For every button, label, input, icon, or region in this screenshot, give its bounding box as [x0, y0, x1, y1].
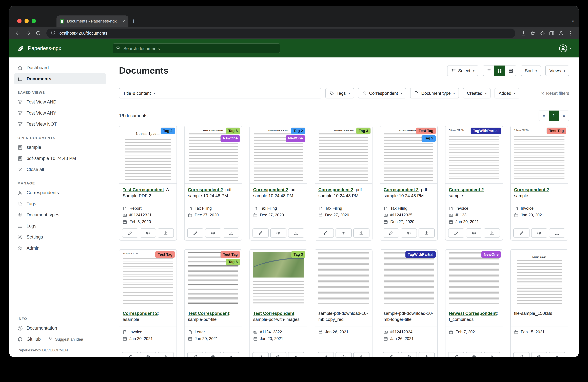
document-card[interactable]: TagWithPartial sample-pdf-download-10-mb…	[380, 249, 438, 357]
document-thumbnail[interactable]: Tag 2 Lorem Ipsum	[119, 126, 176, 184]
sidebar-item-tags[interactable]: Tags	[14, 198, 106, 209]
document-thumbnail[interactable]: Lorem ipsum	[511, 250, 568, 307]
download-button[interactable]	[288, 228, 304, 238]
view-button[interactable]	[205, 228, 221, 238]
sidebar-item-test-view-and[interactable]: Test View AND	[14, 96, 106, 107]
tag-badge[interactable]: Test Tag	[547, 128, 566, 134]
forward-button[interactable]	[23, 29, 32, 38]
tag-badge[interactable]: Tag 3	[226, 128, 240, 134]
view-button[interactable]	[140, 352, 156, 357]
app-logo[interactable]: Paperless-ngx	[17, 44, 113, 52]
minimize-window-button[interactable]	[24, 19, 29, 23]
edit-button[interactable]	[252, 228, 269, 238]
views-button[interactable]: Views▾	[546, 65, 569, 76]
page-1-button[interactable]: 1	[549, 111, 559, 121]
download-button[interactable]	[549, 228, 565, 238]
next-page-button[interactable]: »	[559, 111, 569, 121]
download-button[interactable]	[549, 352, 565, 357]
tag-badge[interactable]: Tag 2	[291, 128, 305, 134]
document-thumbnail[interactable]: NewOne	[445, 250, 503, 307]
reset-filters-button[interactable]: ×Reset filters	[541, 91, 569, 96]
sidebar-item-close-all[interactable]: Close all	[14, 164, 106, 175]
view-button[interactable]	[336, 352, 352, 357]
correspondent-link[interactable]: Test Correspondent	[188, 311, 229, 316]
tag-badge[interactable]: NewOne	[286, 135, 305, 142]
download-button[interactable]	[484, 228, 500, 238]
close-window-button[interactable]	[17, 19, 21, 23]
correspondent-link[interactable]: Correspondent 2	[253, 187, 288, 192]
extensions-icon[interactable]	[538, 29, 546, 37]
sidebar-item-admin[interactable]: Admin	[14, 242, 106, 254]
sidebar-item-logs[interactable]: Logs	[14, 221, 106, 231]
view-button[interactable]	[205, 352, 221, 357]
tab-search-icon[interactable]: ▾	[572, 19, 574, 23]
tag-badge[interactable]: Test Tag	[416, 128, 436, 134]
document-thumbnail[interactable]: Test Tag A Simple PDF File	[119, 250, 176, 307]
new-tab-button[interactable]: +	[132, 18, 135, 24]
sidebar-item-document-types[interactable]: Document types	[14, 209, 106, 221]
global-search-input[interactable]	[123, 46, 277, 51]
correspondent-link[interactable]: Newest Correspondent	[449, 311, 497, 316]
document-thumbnail[interactable]: Tag 2NewOne Adobe Acrobat PDF Files	[250, 126, 307, 184]
address-bar[interactable]: localhost:4200/documents	[46, 28, 515, 38]
view-button[interactable]	[336, 228, 352, 238]
document-card[interactable]: Lorem ipsum file-sample_150kBs Feb 15, 2…	[510, 249, 568, 357]
document-card[interactable]: Test Tag A Simple PDF File Correspondent…	[119, 249, 177, 357]
download-button[interactable]	[353, 228, 369, 238]
tag-badge[interactable]: NewOne	[482, 251, 501, 258]
tag-badge[interactable]: Test Tag	[221, 251, 240, 258]
title-content-input[interactable]	[159, 88, 321, 99]
download-button[interactable]	[419, 228, 435, 238]
document-thumbnail[interactable]: TagWithPartial A Simple PDF File	[445, 126, 503, 184]
sidebar-item-settings[interactable]: Settings	[14, 231, 106, 242]
bookmark-star-icon[interactable]	[529, 29, 537, 37]
view-button[interactable]	[466, 352, 482, 357]
site-info-icon[interactable]	[51, 30, 56, 36]
sidebar-item-pdf-sample-10-24-48-pm[interactable]: pdf-sample 10.24.48 PM	[14, 153, 106, 164]
sidebar-item-correspondents[interactable]: Correspondents	[14, 187, 106, 198]
edit-button[interactable]	[318, 228, 334, 238]
edit-button[interactable]	[187, 228, 203, 238]
tag-badge[interactable]: Tag 3	[291, 251, 305, 258]
document-thumbnail[interactable]: Tag 3	[250, 250, 307, 307]
tag-badge[interactable]: Test Tag	[155, 251, 175, 258]
tag-badge[interactable]: NewOne	[221, 135, 240, 142]
sidebar-item-documentation[interactable]: Documentation	[14, 322, 106, 334]
document-thumbnail[interactable]: Tag 3 Adobe Acrobat PDF Files	[315, 126, 372, 184]
download-button[interactable]	[223, 228, 239, 238]
document-thumbnail[interactable]: Test Tag A Simple PDF File	[511, 126, 568, 184]
browser-tab[interactable]: Documents - Paperless-ngx ×	[57, 16, 128, 27]
browser-menu-icon[interactable]: ⋮	[567, 29, 575, 37]
sidebar-item-dashboard[interactable]: Dashboard	[14, 62, 106, 73]
document-thumbnail[interactable]: Test TagTag 2 Adobe Acrobat PDF Files	[380, 126, 437, 184]
document-card[interactable]: Tag 2 Lorem Ipsum Test Correspondent: A …	[119, 126, 177, 241]
tag-badge[interactable]: TagWithPartial	[471, 128, 501, 134]
list-view-button[interactable]	[483, 65, 494, 76]
document-card[interactable]: Test TagTag 3 Test Correspondent: sample…	[184, 249, 242, 357]
view-button[interactable]	[466, 228, 482, 238]
download-button[interactable]	[158, 352, 174, 357]
edit-button[interactable]	[187, 352, 203, 357]
view-button[interactable]	[531, 352, 547, 357]
correspondent-filter-button[interactable]: Correspondent▾	[358, 88, 406, 99]
user-menu[interactable]: ▾	[559, 44, 571, 53]
document-card[interactable]: NewOne Newest Correspondent: f_combineds…	[445, 249, 503, 357]
edit-button[interactable]	[383, 228, 399, 238]
view-button[interactable]	[401, 228, 417, 238]
sidebar-item-test-view-not[interactable]: Test View NOT	[14, 119, 106, 130]
edit-button[interactable]	[448, 352, 464, 357]
edit-button[interactable]	[513, 352, 529, 357]
tag-badge[interactable]: Tag 3	[356, 128, 371, 134]
document-thumbnail[interactable]: Tag 3NewOne Adobe Acrobat PDF Files	[185, 126, 242, 184]
document-thumbnail[interactable]	[315, 250, 372, 307]
filter-field-dropdown[interactable]: Title & content▾	[119, 88, 159, 99]
created-filter-button[interactable]: Created▾	[463, 88, 491, 99]
document-thumbnail[interactable]: TagWithPartial	[380, 250, 437, 307]
download-button[interactable]	[288, 352, 304, 357]
tag-badge[interactable]: Tag 2	[421, 135, 436, 142]
edit-button[interactable]	[448, 228, 464, 238]
prev-page-button[interactable]: «	[539, 111, 549, 121]
tag-badge[interactable]: TagWithPartial	[405, 251, 436, 258]
reload-button[interactable]	[34, 29, 42, 38]
correspondent-link[interactable]: Correspondent 2	[188, 187, 223, 192]
